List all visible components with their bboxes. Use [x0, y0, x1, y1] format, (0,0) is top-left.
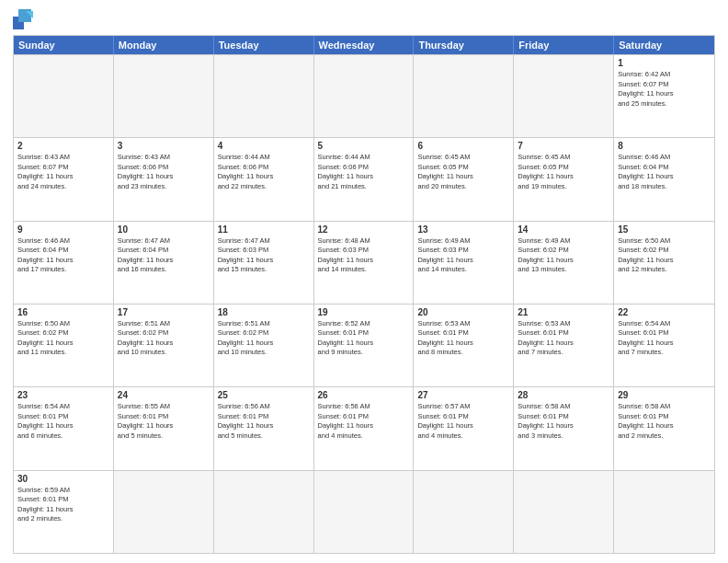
cell-info: Sunrise: 6:43 AM Sunset: 6:07 PM Dayligh…: [17, 153, 109, 191]
calendar-cell: 3Sunrise: 6:43 AM Sunset: 6:06 PM Daylig…: [114, 138, 214, 220]
day-number: 11: [218, 224, 310, 235]
calendar-cell: 20Sunrise: 6:53 AM Sunset: 6:01 PM Dayli…: [414, 304, 514, 386]
day-number: 23: [17, 390, 109, 400]
day-number: 17: [118, 307, 210, 317]
header-day-monday: Monday: [114, 36, 214, 54]
calendar-cell: 19Sunrise: 6:52 AM Sunset: 6:01 PM Dayli…: [314, 304, 415, 386]
calendar-row-1: 2Sunrise: 6:43 AM Sunset: 6:07 PM Daylig…: [14, 137, 714, 220]
cell-info: Sunrise: 6:56 AM Sunset: 6:01 PM Dayligh…: [318, 402, 410, 441]
calendar-cell: [514, 55, 614, 137]
calendar-cell: [314, 55, 415, 137]
day-number: 24: [118, 390, 210, 400]
day-number: 29: [618, 390, 711, 400]
calendar-cell: 13Sunrise: 6:49 AM Sunset: 6:03 PM Dayli…: [414, 222, 514, 304]
calendar-cell: [114, 55, 214, 137]
day-number: 9: [17, 224, 109, 235]
calendar-cell: 28Sunrise: 6:58 AM Sunset: 6:01 PM Dayli…: [514, 387, 614, 469]
cell-info: Sunrise: 6:47 AM Sunset: 6:03 PM Dayligh…: [218, 236, 310, 275]
calendar-cell: 26Sunrise: 6:56 AM Sunset: 6:01 PM Dayli…: [314, 387, 415, 469]
cell-info: Sunrise: 6:50 AM Sunset: 6:02 PM Dayligh…: [17, 319, 109, 358]
calendar-cell: 24Sunrise: 6:55 AM Sunset: 6:01 PM Dayli…: [114, 387, 214, 469]
calendar-cell: 23Sunrise: 6:54 AM Sunset: 6:01 PM Dayli…: [14, 387, 114, 469]
cell-info: Sunrise: 6:43 AM Sunset: 6:06 PM Dayligh…: [118, 153, 210, 191]
day-number: 25: [218, 390, 310, 400]
cell-info: Sunrise: 6:44 AM Sunset: 6:06 PM Dayligh…: [318, 153, 410, 191]
cell-info: Sunrise: 6:53 AM Sunset: 6:01 PM Dayligh…: [417, 319, 509, 358]
day-number: 19: [318, 307, 410, 317]
calendar-row-3: 16Sunrise: 6:50 AM Sunset: 6:02 PM Dayli…: [14, 304, 714, 386]
day-number: 20: [417, 307, 509, 317]
cell-info: Sunrise: 6:54 AM Sunset: 6:01 PM Dayligh…: [618, 319, 711, 358]
day-number: 1: [618, 58, 711, 68]
calendar-cell: 15Sunrise: 6:50 AM Sunset: 6:02 PM Dayli…: [614, 222, 714, 304]
calendar-row-2: 9Sunrise: 6:46 AM Sunset: 6:04 PM Daylig…: [14, 221, 714, 304]
header-day-thursday: Thursday: [414, 36, 514, 54]
calendar-cell: 21Sunrise: 6:53 AM Sunset: 6:01 PM Dayli…: [514, 304, 614, 386]
cell-info: Sunrise: 6:50 AM Sunset: 6:02 PM Dayligh…: [618, 236, 711, 275]
calendar-cell: 7Sunrise: 6:45 AM Sunset: 6:05 PM Daylig…: [514, 138, 614, 220]
calendar-row-5: 30Sunrise: 6:59 AM Sunset: 6:01 PM Dayli…: [14, 470, 714, 553]
cell-info: Sunrise: 6:42 AM Sunset: 6:07 PM Dayligh…: [618, 70, 711, 109]
day-number: 6: [417, 141, 509, 151]
cell-info: Sunrise: 6:47 AM Sunset: 6:04 PM Dayligh…: [118, 236, 210, 275]
calendar-body: 1Sunrise: 6:42 AM Sunset: 6:07 PM Daylig…: [14, 54, 714, 553]
cell-info: Sunrise: 6:57 AM Sunset: 6:01 PM Dayligh…: [417, 402, 509, 441]
day-number: 18: [218, 307, 310, 317]
calendar-cell: 22Sunrise: 6:54 AM Sunset: 6:01 PM Dayli…: [614, 304, 714, 386]
header-day-friday: Friday: [514, 36, 614, 54]
cell-info: Sunrise: 6:58 AM Sunset: 6:01 PM Dayligh…: [618, 402, 711, 441]
day-number: 22: [618, 307, 711, 317]
logo: [13, 9, 42, 29]
calendar-cell: [314, 471, 415, 553]
calendar-cell: 14Sunrise: 6:49 AM Sunset: 6:02 PM Dayli…: [514, 222, 614, 304]
day-number: 14: [518, 224, 609, 235]
calendar-cell: 27Sunrise: 6:57 AM Sunset: 6:01 PM Dayli…: [414, 387, 514, 469]
day-number: 3: [118, 141, 210, 151]
calendar: SundayMondayTuesdayWednesdayThursdayFrid…: [13, 35, 715, 554]
day-number: 30: [17, 474, 109, 484]
cell-info: Sunrise: 6:49 AM Sunset: 6:02 PM Dayligh…: [518, 236, 609, 275]
cell-info: Sunrise: 6:53 AM Sunset: 6:01 PM Dayligh…: [518, 319, 609, 358]
cell-info: Sunrise: 6:54 AM Sunset: 6:01 PM Dayligh…: [17, 402, 109, 441]
calendar-cell: [614, 471, 714, 553]
calendar-cell: 11Sunrise: 6:47 AM Sunset: 6:03 PM Dayli…: [214, 222, 314, 304]
cell-info: Sunrise: 6:46 AM Sunset: 6:04 PM Dayligh…: [17, 236, 109, 275]
cell-info: Sunrise: 6:46 AM Sunset: 6:04 PM Dayligh…: [618, 153, 711, 191]
header-day-tuesday: Tuesday: [214, 36, 314, 54]
calendar-cell: 17Sunrise: 6:51 AM Sunset: 6:02 PM Dayli…: [114, 304, 214, 386]
header: [13, 9, 715, 29]
logo-icon: [13, 9, 39, 29]
calendar-header: SundayMondayTuesdayWednesdayThursdayFrid…: [14, 36, 714, 54]
day-number: 2: [17, 141, 109, 151]
cell-info: Sunrise: 6:58 AM Sunset: 6:01 PM Dayligh…: [518, 402, 609, 441]
calendar-cell: [214, 55, 314, 137]
header-day-sunday: Sunday: [14, 36, 114, 54]
calendar-cell: 12Sunrise: 6:48 AM Sunset: 6:03 PM Dayli…: [314, 222, 415, 304]
calendar-row-0: 1Sunrise: 6:42 AM Sunset: 6:07 PM Daylig…: [14, 54, 714, 137]
calendar-cell: [414, 55, 514, 137]
day-number: 13: [417, 224, 509, 235]
calendar-cell: 10Sunrise: 6:47 AM Sunset: 6:04 PM Dayli…: [114, 222, 214, 304]
calendar-cell: 5Sunrise: 6:44 AM Sunset: 6:06 PM Daylig…: [314, 138, 415, 220]
calendar-cell: 1Sunrise: 6:42 AM Sunset: 6:07 PM Daylig…: [614, 55, 714, 137]
day-number: 4: [218, 141, 310, 151]
calendar-cell: 6Sunrise: 6:45 AM Sunset: 6:05 PM Daylig…: [414, 138, 514, 220]
cell-info: Sunrise: 6:52 AM Sunset: 6:01 PM Dayligh…: [318, 319, 410, 358]
cell-info: Sunrise: 6:51 AM Sunset: 6:02 PM Dayligh…: [218, 319, 310, 358]
calendar-row-4: 23Sunrise: 6:54 AM Sunset: 6:01 PM Dayli…: [14, 386, 714, 469]
day-number: 10: [118, 224, 210, 235]
day-number: 21: [518, 307, 609, 317]
cell-info: Sunrise: 6:48 AM Sunset: 6:03 PM Dayligh…: [318, 236, 410, 275]
header-day-saturday: Saturday: [614, 36, 714, 54]
calendar-cell: 18Sunrise: 6:51 AM Sunset: 6:02 PM Dayli…: [214, 304, 314, 386]
cell-info: Sunrise: 6:56 AM Sunset: 6:01 PM Dayligh…: [218, 402, 310, 441]
calendar-cell: 2Sunrise: 6:43 AM Sunset: 6:07 PM Daylig…: [14, 138, 114, 220]
cell-info: Sunrise: 6:55 AM Sunset: 6:01 PM Dayligh…: [118, 402, 210, 441]
calendar-cell: [114, 471, 214, 553]
cell-info: Sunrise: 6:44 AM Sunset: 6:06 PM Dayligh…: [218, 153, 310, 191]
calendar-cell: 16Sunrise: 6:50 AM Sunset: 6:02 PM Dayli…: [14, 304, 114, 386]
cell-info: Sunrise: 6:45 AM Sunset: 6:05 PM Dayligh…: [518, 153, 609, 191]
day-number: 8: [618, 141, 711, 151]
day-number: 7: [518, 141, 609, 151]
page: SundayMondayTuesdayWednesdayThursdayFrid…: [0, 0, 728, 563]
